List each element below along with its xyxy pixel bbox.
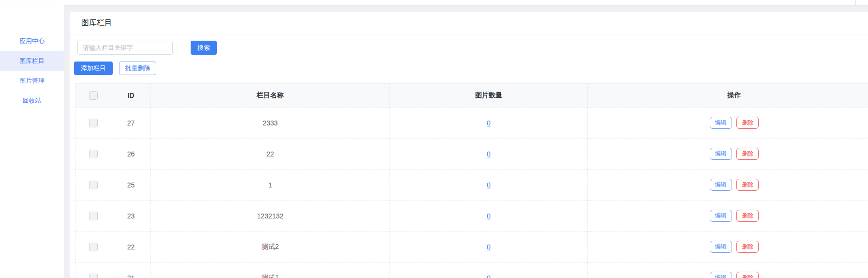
columns-table: ID 栏目名称 图片数量 操作 27 2333 0 编辑 删除 26 22 bbox=[75, 83, 868, 278]
cell-actions: 编辑 删除 bbox=[588, 170, 868, 201]
delete-button[interactable]: 删除 bbox=[736, 148, 759, 160]
cell-id: 27 bbox=[111, 108, 151, 139]
cell-image-count: 0 bbox=[390, 232, 588, 263]
card-header: 图库栏目 bbox=[70, 12, 868, 34]
sidebar-item-label: 应用中心 bbox=[19, 37, 45, 45]
row-checkbox[interactable] bbox=[89, 212, 98, 220]
toolbar-row: 添加栏目 批量删除 bbox=[74, 62, 868, 75]
cell-id: 21 bbox=[111, 263, 151, 278]
cell-checkbox bbox=[75, 139, 111, 170]
select-all-checkbox[interactable] bbox=[89, 91, 98, 100]
edit-button[interactable]: 编辑 bbox=[710, 272, 732, 278]
cell-column-name: 2333 bbox=[151, 108, 390, 139]
sidebar-item-label: 回收站 bbox=[23, 97, 42, 104]
edit-button[interactable]: 编辑 bbox=[710, 148, 732, 160]
cell-column-name: 1 bbox=[151, 170, 390, 201]
table-row: 25 1 0 编辑 删除 bbox=[75, 170, 868, 201]
cell-column-name: 测试1 bbox=[151, 263, 390, 278]
cell-image-count: 0 bbox=[390, 170, 588, 201]
sidebar-item-app-center[interactable]: 应用中心 bbox=[0, 31, 64, 51]
cell-id: 26 bbox=[111, 139, 151, 170]
delete-button[interactable]: 删除 bbox=[736, 179, 759, 191]
search-button[interactable]: 搜索 bbox=[191, 41, 217, 55]
row-checkbox[interactable] bbox=[89, 181, 98, 189]
row-checkbox[interactable] bbox=[89, 119, 98, 127]
delete-button[interactable]: 删除 bbox=[736, 241, 759, 253]
cell-image-count: 0 bbox=[390, 201, 588, 232]
table-row: 27 2333 0 编辑 删除 bbox=[75, 108, 868, 139]
cell-checkbox bbox=[75, 232, 111, 263]
edit-button[interactable]: 编辑 bbox=[710, 210, 732, 222]
cell-id: 25 bbox=[111, 170, 151, 201]
cell-actions: 编辑 删除 bbox=[588, 108, 868, 139]
cell-actions: 编辑 删除 bbox=[588, 139, 868, 170]
search-input[interactable] bbox=[77, 41, 173, 55]
table-row: 22 测试2 0 编辑 删除 bbox=[75, 232, 868, 263]
cell-checkbox bbox=[75, 263, 111, 278]
edit-button[interactable]: 编辑 bbox=[710, 117, 732, 129]
cell-actions: 编辑 删除 bbox=[588, 263, 868, 278]
image-count-link[interactable]: 0 bbox=[487, 243, 491, 251]
header-column-name: 栏目名称 bbox=[151, 84, 390, 108]
table-header-row: ID 栏目名称 图片数量 操作 bbox=[75, 84, 868, 108]
table-row: 21 测试1 0 编辑 删除 bbox=[75, 263, 868, 278]
topbar bbox=[0, 0, 868, 5]
table-row: 26 22 0 编辑 删除 bbox=[75, 139, 868, 170]
cell-column-name: 测试2 bbox=[151, 232, 390, 263]
header-actions: 操作 bbox=[588, 84, 868, 108]
search-row: 搜索 bbox=[77, 41, 868, 55]
batch-delete-button[interactable]: 批量删除 bbox=[119, 62, 156, 75]
sidebar-item-gallery-columns[interactable]: 图库栏目 bbox=[0, 51, 64, 71]
row-checkbox[interactable] bbox=[89, 150, 98, 158]
sidebar-item-label: 图片管理 bbox=[19, 77, 45, 84]
content-area: 图库栏目 搜索 添加栏目 批量删除 bbox=[64, 5, 868, 278]
header-checkbox-cell bbox=[75, 84, 111, 108]
cell-actions: 编辑 删除 bbox=[588, 232, 868, 263]
edit-button[interactable]: 编辑 bbox=[710, 241, 732, 253]
cell-actions: 编辑 删除 bbox=[588, 201, 868, 232]
add-column-button[interactable]: 添加栏目 bbox=[74, 62, 113, 75]
row-checkbox[interactable] bbox=[89, 274, 98, 278]
header-image-count: 图片数量 bbox=[390, 84, 588, 108]
cell-column-name: 1232132 bbox=[151, 201, 390, 232]
edit-button[interactable]: 编辑 bbox=[710, 179, 732, 191]
cell-image-count: 0 bbox=[390, 263, 588, 278]
sidebar-item-image-management[interactable]: 图片管理 bbox=[0, 71, 64, 91]
cell-checkbox bbox=[75, 201, 111, 232]
cell-image-count: 0 bbox=[390, 139, 588, 170]
gallery-columns-card: 图库栏目 搜索 添加栏目 批量删除 bbox=[70, 12, 868, 278]
cell-id: 22 bbox=[111, 232, 151, 263]
sidebar: 应用中心 图库栏目 图片管理 回收站 bbox=[0, 5, 64, 278]
cell-id: 23 bbox=[111, 201, 151, 232]
sidebar-item-recycle-bin[interactable]: 回收站 bbox=[0, 91, 64, 110]
image-count-link[interactable]: 0 bbox=[487, 181, 491, 189]
cell-column-name: 22 bbox=[151, 139, 390, 170]
sidebar-item-label: 图库栏目 bbox=[19, 57, 45, 64]
cell-checkbox bbox=[75, 108, 111, 139]
topbar-divider bbox=[855, 0, 856, 5]
row-checkbox[interactable] bbox=[89, 243, 98, 251]
cell-checkbox bbox=[75, 170, 111, 201]
sidebar-nav: 应用中心 图库栏目 图片管理 回收站 bbox=[0, 31, 64, 110]
image-count-link[interactable]: 0 bbox=[487, 150, 491, 158]
header-id: ID bbox=[111, 84, 151, 108]
main-layout: 应用中心 图库栏目 图片管理 回收站 图库栏目 搜索 添加栏目 批量删除 bbox=[0, 5, 868, 278]
page-title: 图库栏目 bbox=[81, 18, 112, 28]
image-count-link[interactable]: 0 bbox=[487, 212, 491, 220]
image-count-link[interactable]: 0 bbox=[487, 274, 491, 278]
cell-image-count: 0 bbox=[390, 108, 588, 139]
delete-button[interactable]: 删除 bbox=[736, 210, 759, 222]
delete-button[interactable]: 删除 bbox=[736, 117, 759, 129]
image-count-link[interactable]: 0 bbox=[487, 119, 491, 127]
table-row: 23 1232132 0 编辑 删除 bbox=[75, 201, 868, 232]
delete-button[interactable]: 删除 bbox=[736, 272, 759, 278]
